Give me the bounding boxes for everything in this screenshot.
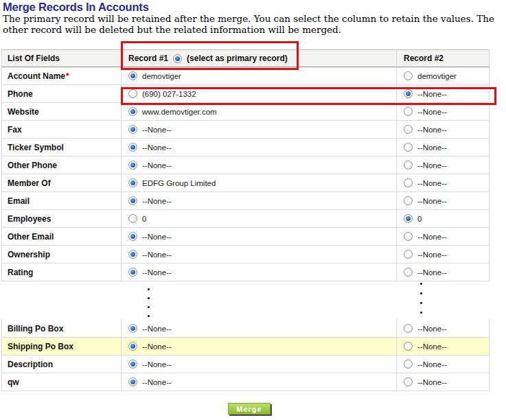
header-record2-cell: Record #2 <box>397 49 490 67</box>
field-label-cell: Phone <box>1 85 122 103</box>
record1-value: --None-- <box>142 126 172 134</box>
record2-value: --None-- <box>417 325 447 333</box>
record2-radio[interactable] <box>404 377 413 386</box>
record1-radio[interactable] <box>128 196 137 205</box>
field-label: Email <box>8 196 30 206</box>
merge-button[interactable]: Merge <box>228 403 271 415</box>
record2-radio[interactable] <box>404 214 413 223</box>
table-row: Shipping Po Box --None-- --None-- <box>1 338 490 355</box>
record2-cell: --None-- <box>397 121 490 139</box>
table-row: Description --None-- --None-- <box>1 355 490 373</box>
record2-cell: --None-- <box>397 338 490 355</box>
field-label: Other Phone <box>8 161 57 170</box>
primary-record-radio[interactable] <box>173 54 182 63</box>
field-label-cell: Ownership <box>1 246 122 264</box>
record2-radio[interactable] <box>404 268 413 277</box>
record2-value: --None-- <box>417 250 447 259</box>
field-label-cell: Billing Po Box <box>1 320 122 338</box>
record2-radio[interactable] <box>404 107 413 116</box>
record1-cell: --None-- <box>122 228 397 246</box>
record1-value: --None-- <box>142 360 172 369</box>
record2-value: --None-- <box>417 233 447 241</box>
record2-radio[interactable] <box>404 324 413 333</box>
description-line-1: The primary record will be retained afte… <box>3 13 501 24</box>
table-row: Email --None-- --None-- <box>1 192 490 210</box>
record2-cell: 0 <box>397 210 490 228</box>
field-label-cell: Shipping Po Box <box>1 338 122 355</box>
table-row: Account Name* demovtiger demovtiger <box>1 67 490 85</box>
record2-radio[interactable] <box>404 360 413 369</box>
record1-value: 0 <box>142 215 146 223</box>
record2-value: --None-- <box>417 360 447 369</box>
table-row: Ticker Symbol --None-- --None-- <box>1 139 490 156</box>
header-record1-note: (select as primary record) <box>187 54 288 63</box>
table-row: qw --None-- --None-- <box>1 373 490 391</box>
record1-radio[interactable] <box>128 324 137 333</box>
header-record1-cell: Record #1 (select as primary record) <box>122 49 397 67</box>
record1-radio[interactable] <box>128 250 137 259</box>
record2-radio[interactable] <box>404 178 413 187</box>
record1-radio[interactable] <box>128 125 137 134</box>
record2-radio[interactable] <box>404 71 413 80</box>
record1-radio[interactable] <box>128 377 137 386</box>
record1-value: --None-- <box>142 197 172 205</box>
record1-radio[interactable] <box>128 89 137 98</box>
field-label-cell: Other Email <box>1 228 122 246</box>
field-label: Description <box>8 360 53 369</box>
record2-radio[interactable] <box>404 125 413 134</box>
record2-value: 0 <box>417 215 422 223</box>
field-label: qw <box>8 377 19 387</box>
record2-radio[interactable] <box>404 161 413 170</box>
table-row: Other Email --None-- --None-- <box>1 228 490 246</box>
record2-cell: --None-- <box>397 174 490 192</box>
record1-radio[interactable] <box>128 232 137 241</box>
record1-value: www.demovtiger.com <box>142 108 217 116</box>
record1-radio[interactable] <box>128 178 137 187</box>
record1-cell: --None-- <box>122 320 397 338</box>
record1-cell: EDFG Group Limited <box>122 174 397 192</box>
record1-radio[interactable] <box>128 342 137 351</box>
record1-radio[interactable] <box>128 360 137 369</box>
field-label-cell: Other Phone <box>1 156 122 174</box>
record1-radio[interactable] <box>128 107 137 116</box>
record1-value: demovtiger <box>142 72 181 80</box>
record1-radio[interactable] <box>128 143 137 152</box>
table-header-row: List Of Fields Record #1 (select as prim… <box>1 49 490 67</box>
record2-value: --None-- <box>417 126 447 134</box>
record1-value: EDFG Group Limited <box>142 179 216 187</box>
record1-cell: --None-- <box>122 355 397 373</box>
record2-radio[interactable] <box>404 232 413 241</box>
record2-radio[interactable] <box>404 196 413 205</box>
field-label-cell: qw <box>1 373 122 391</box>
record2-cell: --None-- <box>397 355 490 373</box>
field-label: Phone <box>8 89 33 99</box>
record1-radio[interactable] <box>128 214 137 223</box>
field-label: Ticker Symbol <box>8 143 64 152</box>
record2-cell: --None-- <box>397 85 490 103</box>
field-label-cell: Description <box>1 355 122 373</box>
record1-cell: --None-- <box>122 192 397 210</box>
record1-value: --None-- <box>142 325 172 333</box>
record2-value: --None-- <box>417 342 447 351</box>
table-row: Ownership --None-- --None-- <box>1 246 490 264</box>
page-title: Merge Records In Accounts <box>3 1 149 14</box>
record1-radio[interactable] <box>128 161 137 170</box>
table-body: Account Name* demovtiger demovtiger Phon… <box>1 67 490 391</box>
record2-radio[interactable] <box>404 342 413 351</box>
record2-value: --None-- <box>417 179 447 187</box>
record2-cell: --None-- <box>397 264 490 281</box>
record2-radio[interactable] <box>404 250 413 259</box>
record2-radio[interactable] <box>404 89 413 98</box>
record2-cell: --None-- <box>397 373 490 391</box>
table-row: Rating --None-- --None-- <box>1 264 490 281</box>
record1-cell: --None-- <box>122 338 397 355</box>
record1-cell: 0 <box>122 210 397 228</box>
record1-value: --None-- <box>142 250 172 259</box>
record2-value: --None-- <box>417 268 447 277</box>
table-row: Billing Po Box --None-- --None-- <box>1 320 490 338</box>
record1-radio[interactable] <box>128 268 137 277</box>
record2-radio[interactable] <box>404 143 413 152</box>
record1-radio[interactable] <box>128 71 137 80</box>
field-label: Member Of <box>8 178 51 188</box>
record2-cell: --None-- <box>397 156 490 174</box>
